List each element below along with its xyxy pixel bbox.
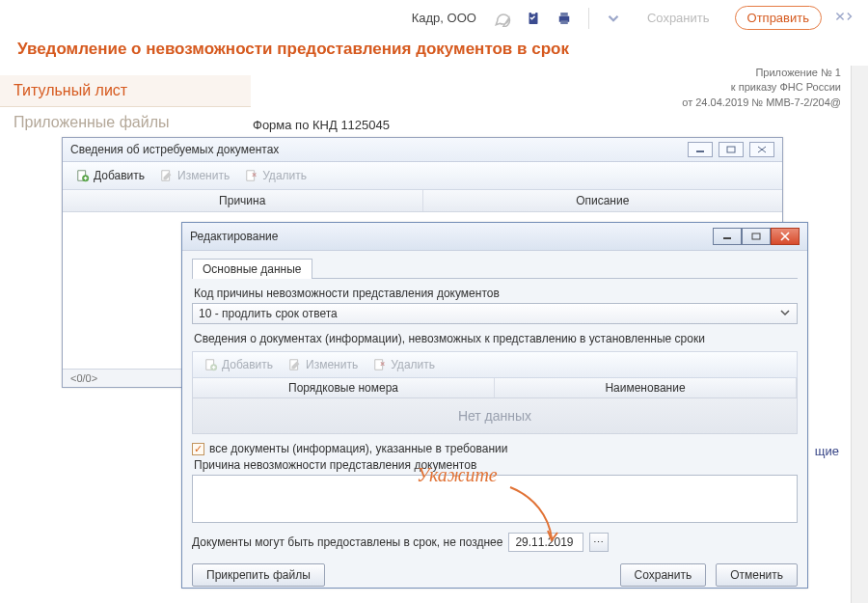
edit-button: Изменить <box>283 356 364 373</box>
code-label: Код причины невозможности представления … <box>194 287 796 300</box>
docs-grid-header: Причина Описание <box>63 190 782 212</box>
divider <box>588 8 589 29</box>
tab-main-data[interactable]: Основные данные <box>192 259 312 279</box>
delete-label: Удалить <box>262 169 307 182</box>
tab-attached-files[interactable]: Приложенные файлы <box>0 107 251 138</box>
col-name[interactable]: Наименование <box>495 378 797 397</box>
close-icon[interactable] <box>749 142 774 157</box>
edit-grid-body: Нет данных <box>192 398 798 434</box>
send-button[interactable]: Отправить <box>735 6 822 30</box>
maximize-icon[interactable] <box>719 142 744 157</box>
dialog-buttons: Прикрепить файлы Сохранить Отменить <box>192 563 798 587</box>
top-toolbar: Кадр, ООО Сохранить Отправить <box>0 0 868 34</box>
window-title: Сведения об истребуемых документах <box>70 143 279 156</box>
all-docs-checkbox-row[interactable]: ✓ все документы (информация), указанные … <box>192 442 798 455</box>
svg-rect-1 <box>531 11 536 14</box>
add-label: Добавить <box>222 358 273 371</box>
save-button: Сохранить <box>636 7 721 29</box>
close-icon[interactable] <box>771 228 800 245</box>
attach-files-button[interactable]: Прикрепить файлы <box>192 563 325 587</box>
svg-rect-4 <box>560 20 568 24</box>
svg-rect-9 <box>752 233 760 239</box>
sidebar: Титульный лист Приложенные файлы <box>0 75 251 138</box>
svg-rect-6 <box>727 147 735 152</box>
col-description[interactable]: Описание <box>423 190 783 211</box>
minimize-icon[interactable] <box>713 228 742 245</box>
minimize-icon[interactable] <box>688 142 713 157</box>
page-title: Уведомление о невозможности предоставлен… <box>0 34 868 69</box>
close-icon[interactable] <box>835 10 854 26</box>
chevron-down-icon <box>779 307 791 320</box>
delete-label: Удалить <box>391 358 435 371</box>
window-titlebar: Редактирование <box>182 223 807 251</box>
print-icon[interactable] <box>556 10 573 27</box>
edit-window: Редактирование Основные данные Код причи… <box>181 222 808 589</box>
date-label: Документы могут быть предоставлены в сро… <box>192 535 502 549</box>
svg-rect-3 <box>560 13 568 16</box>
appendix-line: к приказу ФНС России <box>682 80 841 95</box>
delete-button: Удалить <box>239 167 312 184</box>
bg-fragment: щие <box>815 444 839 458</box>
edit-label: Изменить <box>306 358 358 371</box>
add-label: Добавить <box>94 169 145 182</box>
edit-subtoolbar: Добавить Изменить Удалить <box>192 351 798 378</box>
company-name: Кадр, ООО <box>412 11 476 25</box>
maximize-icon[interactable] <box>742 228 771 245</box>
date-row: Документы могут быть предоставлены в сро… <box>192 533 798 552</box>
select-value: 10 - продлить срок ответа <box>199 307 338 320</box>
window-titlebar: Сведения об истребуемых документах <box>63 138 782 162</box>
reason-code-select[interactable]: 10 - продлить срок ответа <box>192 303 798 324</box>
date-picker-button[interactable]: ⋯ <box>589 533 609 552</box>
form-knd: Форма по КНД 1125045 <box>253 118 390 132</box>
tab-title-page[interactable]: Титульный лист <box>0 75 251 107</box>
col-numbers[interactable]: Порядковые номера <box>193 378 495 397</box>
appendix-line: от 24.04.2019 № ММВ-7-2/204@ <box>682 96 841 110</box>
add-button: Добавить <box>199 356 279 373</box>
chevron-down-icon[interactable] <box>605 10 622 27</box>
checkbox-checked-icon[interactable]: ✓ <box>192 443 204 455</box>
date-input[interactable]: 29.11.2019 <box>508 533 583 552</box>
chat-icon[interactable] <box>494 10 511 27</box>
reason-textarea[interactable] <box>192 475 798 523</box>
docs-toolbar: Добавить Изменить Удалить <box>63 162 782 190</box>
cancel-button[interactable]: Отменить <box>716 563 798 587</box>
edit-label: Изменить <box>177 169 230 182</box>
edit-tabs: Основные данные <box>192 259 798 279</box>
appendix-line: Приложение № 1 <box>682 66 841 80</box>
checkbox-label: все документы (информация), указанные в … <box>209 442 507 455</box>
edit-button: Изменить <box>154 167 235 184</box>
add-button[interactable]: Добавить <box>70 167 150 184</box>
scrollbar[interactable] <box>851 66 868 603</box>
appendix-info: Приложение № 1 к приказу ФНС России от 2… <box>682 66 841 110</box>
clipboard-icon[interactable] <box>525 10 542 27</box>
delete-button: Удалить <box>367 356 441 373</box>
window-title: Редактирование <box>190 230 278 243</box>
col-reason[interactable]: Причина <box>63 190 423 211</box>
save-button[interactable]: Сохранить <box>620 563 707 587</box>
svg-rect-8 <box>723 237 731 239</box>
docs-info-label: Сведения о документах (информации), нево… <box>194 332 796 345</box>
edit-grid-header: Порядковые номера Наименование <box>192 378 798 398</box>
reason-label: Причина невозможности представления доку… <box>194 458 796 472</box>
svg-rect-5 <box>696 151 704 152</box>
